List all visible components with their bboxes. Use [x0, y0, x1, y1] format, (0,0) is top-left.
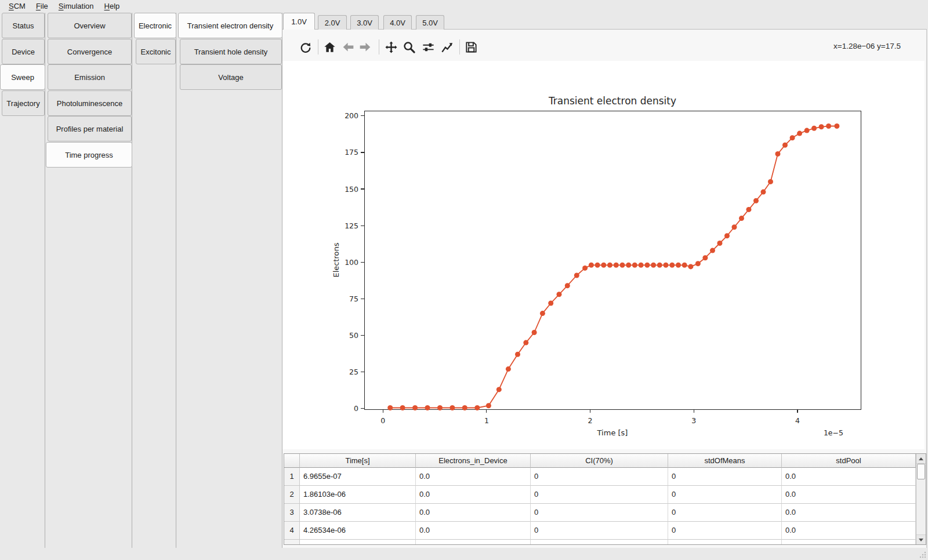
subplots-icon [422, 41, 435, 54]
data-table: Time[s]Electrons_in_DeviceCI(70%)stdOfMe… [284, 453, 926, 545]
plot-options-icon [440, 41, 454, 54]
table-header-row: Time[s]Electrons_in_DeviceCI(70%)stdOfMe… [284, 454, 926, 468]
y-tick-label: 50 [349, 331, 358, 340]
scrollbar-thumb[interactable] [917, 464, 925, 479]
table-cell[interactable]: 3.0738e-06 [300, 504, 416, 522]
table-cell[interactable]: 6.9655e-07 [300, 468, 416, 486]
table-cell[interactable]: 0 [531, 522, 668, 540]
table-cell[interactable]: 0.0 [782, 522, 916, 540]
column-header-stdpool[interactable]: stdPool [782, 454, 916, 468]
table-cell[interactable]: 1.86103e-06 [300, 486, 416, 504]
menu-item-simulation[interactable]: Simulation [55, 0, 98, 12]
table-cell[interactable]: 0.0 [782, 486, 916, 504]
table-cell[interactable] [531, 540, 668, 545]
table-cell[interactable]: 0.0 [416, 504, 531, 522]
table-cell[interactable] [782, 540, 916, 545]
nav-tab-transient-electron-density[interactable]: Transient electron density [178, 13, 282, 38]
nav-tab-sweep[interactable]: Sweep [0, 64, 45, 90]
table-cell[interactable]: 0.0 [416, 522, 531, 540]
table-cell[interactable]: 4.26534e-06 [300, 522, 416, 540]
voltage-tab-4.0v[interactable]: 4.0V [383, 15, 412, 30]
nav-tab-convergence[interactable]: Convergence [48, 39, 132, 64]
row-header[interactable]: 2 [284, 486, 300, 504]
table-cell[interactable]: 0 [668, 504, 782, 522]
nav-tab-electronic[interactable]: Electronic [134, 13, 176, 38]
resize-grip-dots [918, 550, 927, 559]
y-tick-label: 75 [349, 294, 358, 303]
nav-tab-time-progress[interactable]: Time progress [46, 142, 132, 168]
table-cell[interactable]: 0 [668, 486, 782, 504]
back-button[interactable] [339, 38, 357, 56]
nav-tab-trajectory[interactable]: Trajectory [2, 90, 45, 116]
pan-icon [385, 41, 398, 54]
pan-button[interactable] [382, 38, 400, 56]
x-axis-label: Time [s] [597, 428, 628, 437]
table-cell[interactable]: 0.0 [416, 468, 531, 486]
row-header[interactable]: 1 [284, 468, 300, 486]
nav-tab-status[interactable]: Status [2, 13, 45, 38]
resize-grip[interactable] [918, 550, 927, 559]
table-row: 33.0738e-060.0000.0 [284, 504, 926, 522]
nav-tab-transient-hole-density[interactable]: Transient hole density [180, 39, 282, 64]
scrollbar-up-icon[interactable] [916, 454, 926, 464]
nav-tab-profiles-per-material[interactable]: Profiles per material [48, 116, 132, 141]
menu-item-scm[interactable]: SCM [5, 0, 30, 12]
nav-tab-emission[interactable]: Emission [48, 64, 132, 90]
table-cell[interactable] [300, 540, 416, 545]
voltage-tab-1.0v[interactable]: 1.0V [283, 13, 315, 30]
column-header-ci-70[interactable]: CI(70%) [531, 454, 668, 468]
line-chart: Transient electron density01234025507510… [282, 61, 925, 449]
nav-tab-photoluminescence[interactable]: Photoluminescence [48, 90, 132, 116]
column-header-time-s[interactable]: Time[s] [300, 454, 416, 468]
plot-canvas[interactable]: Transient electron density01234025507510… [282, 61, 925, 449]
forward-icon [358, 41, 372, 54]
table-cell[interactable] [668, 540, 782, 545]
save-button[interactable] [462, 38, 480, 56]
y-axis-label: Electrons [332, 242, 340, 277]
table-cell[interactable]: 0.0 [782, 468, 916, 486]
column-header-electrons-in-device[interactable]: Electrons_in_Device [416, 454, 531, 468]
toolbar-divider [318, 39, 318, 54]
save-icon [465, 41, 478, 54]
zoom-icon [403, 41, 416, 54]
toolbar-divider [379, 39, 379, 54]
table-cell[interactable]: 0 [668, 468, 782, 486]
subplots-button[interactable] [419, 38, 437, 56]
plot-options-button[interactable] [438, 38, 455, 56]
menu-item-file[interactable]: File [32, 0, 52, 12]
refresh-button[interactable] [296, 38, 314, 56]
y-tick-label: 150 [345, 185, 358, 194]
forward-button[interactable] [356, 38, 374, 56]
menu-item-help[interactable]: Help [100, 0, 124, 12]
application-window: SCMFileSimulationHelp StatusDeviceSweepT… [0, 0, 928, 560]
table-cell[interactable]: 0 [668, 522, 782, 540]
zoom-button[interactable] [400, 38, 418, 56]
x-tick-label: 1 [484, 416, 489, 425]
row-header[interactable] [284, 540, 300, 545]
table-cell[interactable] [416, 540, 531, 545]
voltage-tab-2.0v[interactable]: 2.0V [318, 15, 347, 30]
table-cell[interactable]: 0 [531, 468, 668, 486]
voltage-tab-3.0v[interactable]: 3.0V [350, 15, 379, 30]
nav-tab-overview[interactable]: Overview [48, 13, 132, 38]
voltage-tab-5.0v[interactable]: 5.0V [416, 15, 444, 30]
y-tick-label: 125 [345, 221, 358, 230]
table-row: 21.86103e-060.0000.0 [284, 486, 926, 504]
table-corner-header[interactable] [284, 454, 300, 468]
row-header[interactable]: 3 [284, 504, 300, 522]
row-header[interactable]: 4 [284, 522, 300, 540]
table-row: 44.26534e-060.0000.0 [284, 522, 926, 540]
nav-tab-device[interactable]: Device [2, 39, 45, 64]
home-button[interactable] [321, 38, 338, 56]
x-tick-label: 4 [795, 416, 800, 425]
nav-tab-voltage[interactable]: Voltage [180, 64, 282, 90]
table-cell[interactable]: 0 [531, 486, 668, 504]
table-scrollbar[interactable] [916, 454, 926, 544]
table-cell[interactable]: 0 [531, 504, 668, 522]
scrollbar-down-icon[interactable] [916, 534, 926, 544]
table-cell[interactable]: 0.0 [782, 504, 916, 522]
y-tick-label: 175 [345, 148, 358, 157]
table-cell[interactable]: 0.0 [416, 486, 531, 504]
nav-tab-excitonic[interactable]: Excitonic [136, 39, 176, 64]
column-header-stdofmeans[interactable]: stdOfMeans [668, 454, 782, 468]
